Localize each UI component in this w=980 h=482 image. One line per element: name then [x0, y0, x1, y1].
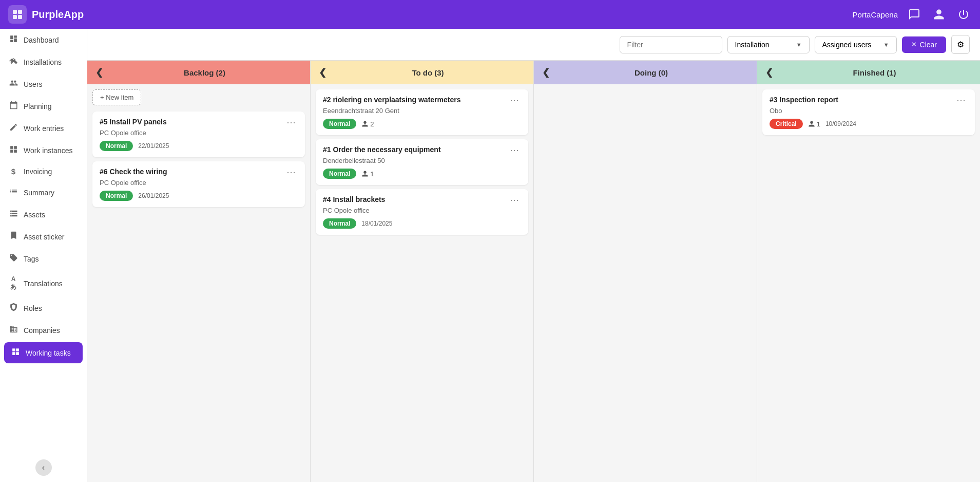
card-title: #5 Install PV panels — [100, 118, 167, 126]
sidebar-item-assets[interactable]: Assets — [0, 203, 87, 226]
app-logo[interactable]: PurpleApp — [8, 5, 853, 24]
column-backlog: ❮Backlog (2)+ New item#5 Install PV pane… — [87, 61, 311, 482]
new-item-button[interactable]: + New item — [92, 89, 141, 105]
sidebar: Dashboard Installations Users Planning W… — [0, 29, 87, 482]
assets-icon — [8, 209, 18, 220]
sidebar-item-planning[interactable]: Planning — [0, 95, 87, 117]
card-title: #3 Inspection report — [770, 96, 838, 104]
sidebar-item-roles[interactable]: Roles — [0, 297, 87, 319]
priority-badge: Critical — [770, 119, 803, 129]
sidebar-label-tags: Tags — [24, 255, 39, 263]
filter-input[interactable] — [620, 36, 722, 53]
column-cards-finished: #3 Inspection report⋯OboCritical 110/09/… — [757, 84, 980, 482]
card-date: 18/01/2025 — [361, 220, 392, 227]
sidebar-item-invoicing[interactable]: $ Invoicing — [0, 161, 87, 181]
card-header: #3 Inspection report⋯ — [770, 96, 968, 105]
priority-badge: Normal — [100, 141, 133, 151]
card-header: #5 Install PV panels⋯ — [100, 118, 298, 127]
card-footer: Normal22/01/2025 — [100, 141, 298, 151]
column-chevron-finished[interactable]: ❮ — [765, 67, 773, 78]
users-icon — [8, 79, 18, 89]
card-header: #6 Check the wiring⋯ — [100, 168, 298, 177]
card-menu-icon[interactable]: ⋯ — [284, 118, 298, 127]
card-title: #1 Order the necessary equipment — [323, 145, 441, 154]
priority-badge: Normal — [100, 191, 133, 201]
sidebar-item-dashboard[interactable]: Dashboard — [0, 29, 87, 51]
card-user-count: 1 — [361, 170, 374, 178]
sidebar-item-work-instances[interactable]: Work instances — [0, 139, 87, 161]
working-tasks-icon — [10, 347, 21, 358]
card-menu-icon[interactable]: ⋯ — [284, 168, 298, 177]
column-chevron-todo[interactable]: ❮ — [319, 67, 326, 78]
card-menu-icon[interactable]: ⋯ — [954, 96, 968, 105]
sidebar-collapse: ‹ — [0, 453, 87, 482]
task-card[interactable]: #4 Install brackets⋯PC Opole officeNorma… — [316, 189, 528, 235]
sidebar-label-companies: Companies — [24, 326, 60, 335]
top-navigation: PurpleApp PortaCapena — [0, 0, 980, 29]
settings-button[interactable]: ⚙ — [951, 35, 970, 54]
invoicing-icon: $ — [8, 167, 18, 176]
summary-icon — [8, 187, 18, 198]
dashboard-icon — [8, 34, 18, 45]
assigned-users-dropdown[interactable]: Assigned users ▼ — [815, 36, 897, 53]
gear-icon: ⚙ — [957, 40, 964, 49]
card-date: 22/01/2025 — [138, 142, 169, 150]
card-footer: Normal 2 — [323, 119, 521, 129]
card-menu-icon[interactable]: ⋯ — [508, 195, 521, 205]
sidebar-item-installations[interactable]: Installations — [0, 51, 87, 73]
client-name: PortaCapena — [853, 10, 898, 19]
column-title-doing: Doing (0) — [554, 68, 748, 77]
sidebar-label-invoicing: Invoicing — [24, 168, 52, 176]
column-header-doing: ❮Doing (0) — [534, 61, 757, 84]
card-user-count: 2 — [361, 120, 374, 128]
logo-icon — [8, 5, 27, 24]
task-card[interactable]: #1 Order the necessary equipment⋯Denderb… — [316, 139, 528, 185]
work-entries-icon — [8, 123, 18, 134]
card-date: 26/01/2025 — [138, 192, 169, 199]
sidebar-item-translations[interactable]: Aあ Translations — [0, 270, 87, 297]
collapse-button[interactable]: ‹ — [35, 459, 52, 476]
sidebar-label-assets: Assets — [24, 211, 45, 219]
sidebar-label-work-entries: Work entries — [24, 124, 64, 133]
assigned-users-dropdown-label: Assigned users — [822, 41, 872, 49]
clear-button[interactable]: ✕ Clear — [902, 36, 946, 53]
column-cards-doing — [534, 84, 757, 482]
column-chevron-doing[interactable]: ❮ — [542, 67, 550, 78]
priority-badge: Normal — [323, 169, 356, 179]
card-footer: Critical 110/09/2024 — [770, 119, 968, 129]
sidebar-item-asset-sticker[interactable]: Asset sticker — [0, 226, 87, 248]
clear-button-label: Clear — [920, 41, 937, 49]
sidebar-item-work-entries[interactable]: Work entries — [0, 117, 87, 139]
column-header-todo: ❮To do (3) — [311, 61, 533, 84]
column-doing: ❮Doing (0) — [534, 61, 757, 482]
sidebar-label-users: Users — [24, 80, 43, 88]
installation-chevron-icon: ▼ — [796, 42, 802, 48]
clear-x-icon: ✕ — [911, 41, 917, 48]
installation-dropdown[interactable]: Installation ▼ — [727, 36, 810, 53]
user-icon-btn[interactable] — [931, 6, 947, 23]
column-chevron-backlog[interactable]: ❮ — [95, 67, 103, 78]
card-footer: Normal26/01/2025 — [100, 191, 298, 201]
task-card[interactable]: #5 Install PV panels⋯PC Opole officeNorm… — [92, 112, 305, 157]
sidebar-item-users[interactable]: Users — [0, 73, 87, 95]
card-title: #4 Install brackets — [323, 195, 385, 203]
chat-icon-btn[interactable] — [906, 6, 923, 23]
column-cards-backlog: + New item#5 Install PV panels⋯PC Opole … — [87, 84, 310, 482]
card-subtitle: PC Opole office — [100, 129, 298, 137]
sidebar-item-summary[interactable]: Summary — [0, 181, 87, 203]
card-menu-icon[interactable]: ⋯ — [508, 145, 521, 155]
svg-rect-0 — [13, 10, 17, 14]
sidebar-item-companies[interactable]: Companies — [0, 319, 87, 341]
kanban-board: ❮Backlog (2)+ New item#5 Install PV pane… — [87, 61, 980, 482]
power-icon-btn[interactable] — [955, 6, 972, 23]
task-card[interactable]: #2 riolering en verplaatsing watermeters… — [316, 89, 528, 135]
card-menu-icon[interactable]: ⋯ — [508, 96, 521, 105]
card-footer: Normal18/01/2025 — [323, 218, 521, 229]
sidebar-label-summary: Summary — [24, 189, 54, 197]
sidebar-item-working-tasks[interactable]: Working tasks — [4, 342, 83, 363]
column-title-todo: To do (3) — [331, 68, 525, 77]
task-card[interactable]: #6 Check the wiring⋯PC Opole officeNorma… — [92, 161, 305, 207]
task-card[interactable]: #3 Inspection report⋯OboCritical 110/09/… — [762, 89, 975, 135]
app-name: PurpleApp — [32, 9, 84, 21]
sidebar-item-tags[interactable]: Tags — [0, 248, 87, 270]
